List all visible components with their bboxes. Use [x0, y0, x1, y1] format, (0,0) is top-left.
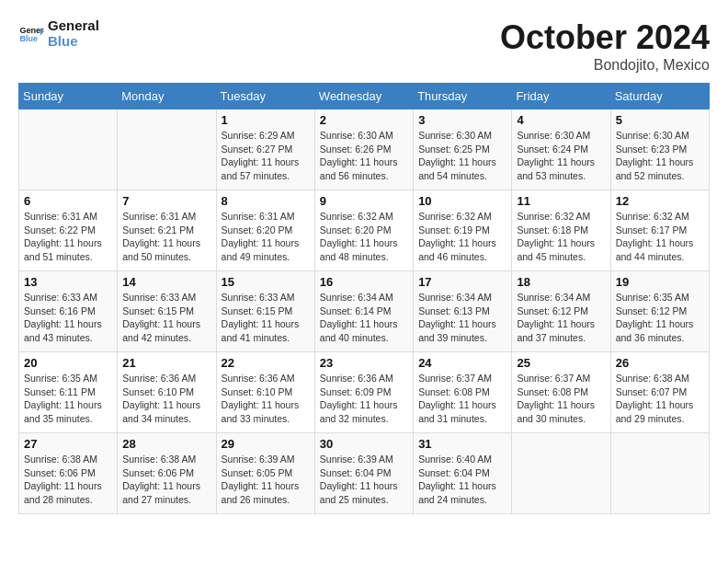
- calendar-day-19: 19Sunrise: 6:35 AM Sunset: 6:12 PM Dayli…: [610, 271, 709, 352]
- day-of-week-thursday: Thursday: [414, 84, 512, 109]
- day-info: Sunrise: 6:32 AM Sunset: 6:18 PM Dayligh…: [517, 210, 605, 264]
- calendar-day-28: 28Sunrise: 6:38 AM Sunset: 6:06 PM Dayli…: [118, 433, 216, 514]
- day-number: 8: [222, 194, 310, 208]
- day-number: 15: [222, 275, 310, 289]
- calendar-day-8: 8Sunrise: 6:31 AM Sunset: 6:20 PM Daylig…: [216, 190, 314, 271]
- day-info: Sunrise: 6:40 AM Sunset: 6:04 PM Dayligh…: [418, 453, 506, 507]
- calendar-week-row: 20Sunrise: 6:35 AM Sunset: 6:11 PM Dayli…: [19, 352, 710, 433]
- day-number: 14: [122, 275, 210, 289]
- day-number: 6: [24, 194, 112, 208]
- day-number: 17: [418, 275, 506, 289]
- day-number: 12: [616, 194, 704, 208]
- day-info: Sunrise: 6:38 AM Sunset: 6:07 PM Dayligh…: [616, 372, 704, 426]
- day-number: 29: [222, 437, 310, 451]
- day-number: 9: [320, 194, 408, 208]
- day-number: 21: [122, 356, 210, 370]
- calendar-day-21: 21Sunrise: 6:36 AM Sunset: 6:10 PM Dayli…: [118, 352, 216, 433]
- day-of-week-monday: Monday: [118, 84, 216, 109]
- day-number: 26: [616, 356, 704, 370]
- day-number: 10: [418, 194, 506, 208]
- calendar-day-29: 29Sunrise: 6:39 AM Sunset: 6:05 PM Dayli…: [216, 433, 314, 514]
- calendar-day-15: 15Sunrise: 6:33 AM Sunset: 6:15 PM Dayli…: [216, 271, 314, 352]
- day-number: 3: [418, 113, 506, 127]
- calendar-day-1: 1Sunrise: 6:29 AM Sunset: 6:27 PM Daylig…: [216, 109, 314, 190]
- calendar-day-5: 5Sunrise: 6:30 AM Sunset: 6:23 PM Daylig…: [610, 109, 709, 190]
- calendar-day-26: 26Sunrise: 6:38 AM Sunset: 6:07 PM Dayli…: [610, 352, 709, 433]
- day-info: Sunrise: 6:32 AM Sunset: 6:20 PM Dayligh…: [320, 210, 408, 264]
- empty-cell: [512, 433, 610, 514]
- day-info: Sunrise: 6:37 AM Sunset: 6:08 PM Dayligh…: [517, 372, 605, 426]
- day-number: 5: [616, 113, 704, 127]
- day-number: 7: [122, 194, 210, 208]
- calendar-day-4: 4Sunrise: 6:30 AM Sunset: 6:24 PM Daylig…: [512, 109, 610, 190]
- empty-cell: [118, 109, 216, 190]
- day-info: Sunrise: 6:32 AM Sunset: 6:17 PM Dayligh…: [616, 210, 704, 264]
- day-info: Sunrise: 6:30 AM Sunset: 6:23 PM Dayligh…: [616, 129, 704, 183]
- day-number: 2: [320, 113, 408, 127]
- day-number: 27: [24, 437, 112, 451]
- day-of-week-tuesday: Tuesday: [216, 84, 314, 109]
- calendar-day-20: 20Sunrise: 6:35 AM Sunset: 6:11 PM Dayli…: [19, 352, 118, 433]
- day-info: Sunrise: 6:31 AM Sunset: 6:20 PM Dayligh…: [222, 210, 310, 264]
- day-info: Sunrise: 6:34 AM Sunset: 6:12 PM Dayligh…: [517, 291, 605, 345]
- day-info: Sunrise: 6:35 AM Sunset: 6:11 PM Dayligh…: [24, 372, 112, 426]
- day-info: Sunrise: 6:29 AM Sunset: 6:27 PM Dayligh…: [222, 129, 310, 183]
- calendar-day-11: 11Sunrise: 6:32 AM Sunset: 6:18 PM Dayli…: [512, 190, 610, 271]
- calendar-day-3: 3Sunrise: 6:30 AM Sunset: 6:25 PM Daylig…: [414, 109, 512, 190]
- calendar-day-24: 24Sunrise: 6:37 AM Sunset: 6:08 PM Dayli…: [414, 352, 512, 433]
- day-info: Sunrise: 6:32 AM Sunset: 6:19 PM Dayligh…: [418, 210, 506, 264]
- calendar-day-31: 31Sunrise: 6:40 AM Sunset: 6:04 PM Dayli…: [414, 433, 512, 514]
- day-info: Sunrise: 6:33 AM Sunset: 6:16 PM Dayligh…: [24, 291, 112, 345]
- svg-text:Blue: Blue: [19, 34, 38, 43]
- empty-cell: [610, 433, 709, 514]
- day-info: Sunrise: 6:36 AM Sunset: 6:09 PM Dayligh…: [320, 372, 408, 426]
- day-number: 28: [122, 437, 210, 451]
- logo: General Blue General Blue: [18, 18, 99, 49]
- day-info: Sunrise: 6:37 AM Sunset: 6:08 PM Dayligh…: [418, 372, 506, 426]
- day-info: Sunrise: 6:30 AM Sunset: 6:26 PM Dayligh…: [320, 129, 408, 183]
- calendar-day-30: 30Sunrise: 6:39 AM Sunset: 6:04 PM Dayli…: [314, 433, 413, 514]
- calendar-day-17: 17Sunrise: 6:34 AM Sunset: 6:13 PM Dayli…: [414, 271, 512, 352]
- day-info: Sunrise: 6:34 AM Sunset: 6:13 PM Dayligh…: [418, 291, 506, 345]
- day-number: 16: [320, 275, 408, 289]
- day-info: Sunrise: 6:38 AM Sunset: 6:06 PM Dayligh…: [24, 453, 112, 507]
- page-header: General Blue General Blue October 2024 B…: [18, 18, 710, 74]
- calendar-day-14: 14Sunrise: 6:33 AM Sunset: 6:15 PM Dayli…: [118, 271, 216, 352]
- calendar-day-10: 10Sunrise: 6:32 AM Sunset: 6:19 PM Dayli…: [414, 190, 512, 271]
- day-info: Sunrise: 6:36 AM Sunset: 6:10 PM Dayligh…: [222, 372, 310, 426]
- calendar-day-27: 27Sunrise: 6:38 AM Sunset: 6:06 PM Dayli…: [19, 433, 118, 514]
- day-number: 18: [517, 275, 605, 289]
- calendar-day-12: 12Sunrise: 6:32 AM Sunset: 6:17 PM Dayli…: [610, 190, 709, 271]
- day-number: 1: [222, 113, 310, 127]
- calendar-week-row: 27Sunrise: 6:38 AM Sunset: 6:06 PM Dayli…: [19, 433, 710, 514]
- calendar-day-16: 16Sunrise: 6:34 AM Sunset: 6:14 PM Dayli…: [314, 271, 413, 352]
- day-number: 11: [517, 194, 605, 208]
- location: Bondojito, Mexico: [500, 57, 710, 74]
- day-info: Sunrise: 6:38 AM Sunset: 6:06 PM Dayligh…: [122, 453, 210, 507]
- calendar-day-13: 13Sunrise: 6:33 AM Sunset: 6:16 PM Dayli…: [19, 271, 118, 352]
- logo-blue-text: Blue: [48, 34, 99, 50]
- calendar-day-23: 23Sunrise: 6:36 AM Sunset: 6:09 PM Dayli…: [314, 352, 413, 433]
- calendar-week-row: 1Sunrise: 6:29 AM Sunset: 6:27 PM Daylig…: [19, 109, 710, 190]
- day-number: 20: [24, 356, 112, 370]
- calendar-table: SundayMondayTuesdayWednesdayThursdayFrid…: [18, 83, 710, 514]
- logo-general-text: General: [48, 18, 99, 34]
- day-number: 13: [24, 275, 112, 289]
- calendar-day-25: 25Sunrise: 6:37 AM Sunset: 6:08 PM Dayli…: [512, 352, 610, 433]
- day-info: Sunrise: 6:31 AM Sunset: 6:21 PM Dayligh…: [122, 210, 210, 264]
- day-of-week-friday: Friday: [512, 84, 610, 109]
- calendar-day-7: 7Sunrise: 6:31 AM Sunset: 6:21 PM Daylig…: [118, 190, 216, 271]
- day-info: Sunrise: 6:30 AM Sunset: 6:24 PM Dayligh…: [517, 129, 605, 183]
- day-info: Sunrise: 6:31 AM Sunset: 6:22 PM Dayligh…: [24, 210, 112, 264]
- calendar-day-9: 9Sunrise: 6:32 AM Sunset: 6:20 PM Daylig…: [314, 190, 413, 271]
- day-number: 30: [320, 437, 408, 451]
- day-info: Sunrise: 6:30 AM Sunset: 6:25 PM Dayligh…: [418, 129, 506, 183]
- day-of-week-saturday: Saturday: [610, 84, 709, 109]
- day-of-week-sunday: Sunday: [19, 84, 118, 109]
- logo-icon: General Blue: [18, 21, 44, 47]
- calendar-week-row: 6Sunrise: 6:31 AM Sunset: 6:22 PM Daylig…: [19, 190, 710, 271]
- title-block: October 2024 Bondojito, Mexico: [500, 18, 710, 74]
- day-number: 4: [517, 113, 605, 127]
- day-number: 24: [418, 356, 506, 370]
- day-of-week-wednesday: Wednesday: [314, 84, 413, 109]
